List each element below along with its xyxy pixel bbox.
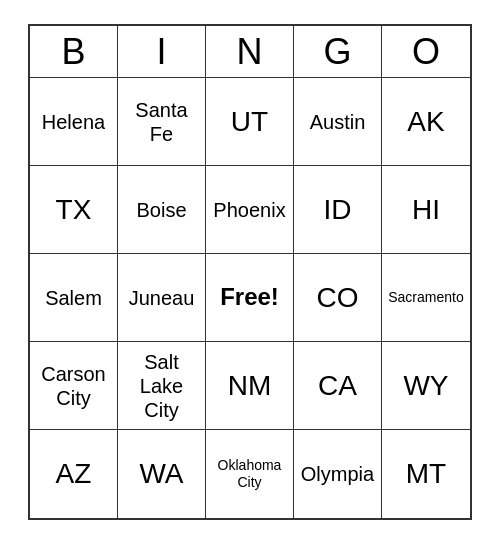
bingo-cell: Sacramento (382, 254, 470, 342)
bingo-cell: NM (206, 342, 294, 430)
header-letter: B (30, 26, 118, 78)
bingo-cell: Carson City (30, 342, 118, 430)
bingo-cell: CA (294, 342, 382, 430)
bingo-cell: CO (294, 254, 382, 342)
header-letter: I (118, 26, 206, 78)
bingo-cell: ID (294, 166, 382, 254)
bingo-grid: HelenaSanta FeUTAustinAKTXBoisePhoenixID… (30, 78, 470, 518)
bingo-cell: Olympia (294, 430, 382, 518)
header-letter: G (294, 26, 382, 78)
bingo-cell: Juneau (118, 254, 206, 342)
bingo-cell: Boise (118, 166, 206, 254)
bingo-cell: WY (382, 342, 470, 430)
bingo-cell: Austin (294, 78, 382, 166)
bingo-header: BINGO (30, 26, 470, 78)
header-letter: O (382, 26, 470, 78)
bingo-cell: Oklahoma City (206, 430, 294, 518)
bingo-cell: Phoenix (206, 166, 294, 254)
bingo-card: BINGO HelenaSanta FeUTAustinAKTXBoisePho… (28, 24, 472, 520)
bingo-cell: TX (30, 166, 118, 254)
bingo-cell: Santa Fe (118, 78, 206, 166)
header-letter: N (206, 26, 294, 78)
bingo-cell: AZ (30, 430, 118, 518)
bingo-cell: UT (206, 78, 294, 166)
bingo-cell: Free! (206, 254, 294, 342)
bingo-cell: Salt Lake City (118, 342, 206, 430)
bingo-cell: Salem (30, 254, 118, 342)
bingo-cell: WA (118, 430, 206, 518)
bingo-cell: Helena (30, 78, 118, 166)
bingo-cell: HI (382, 166, 470, 254)
bingo-cell: MT (382, 430, 470, 518)
bingo-cell: AK (382, 78, 470, 166)
